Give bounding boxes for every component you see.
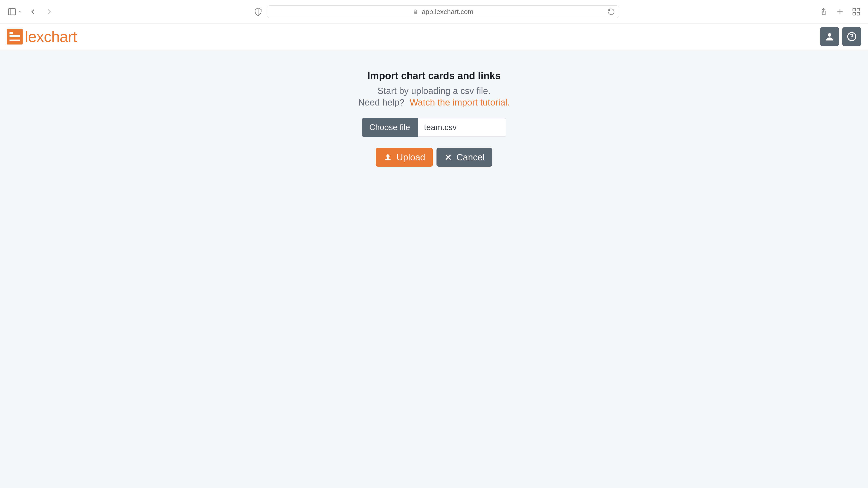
close-icon	[444, 153, 452, 161]
action-buttons: Upload Cancel	[376, 148, 492, 167]
logo[interactable]: lexchart	[7, 28, 77, 45]
svg-rect-8	[857, 12, 860, 15]
refresh-button[interactable]	[608, 8, 615, 15]
svg-rect-7	[853, 12, 856, 15]
sidebar-toggle-button[interactable]	[7, 7, 22, 17]
svg-rect-0	[8, 8, 16, 15]
svg-point-11	[851, 38, 852, 39]
account-button[interactable]	[820, 27, 839, 46]
cancel-label: Cancel	[456, 152, 485, 162]
forward-button[interactable]	[45, 7, 54, 16]
upload-button[interactable]: Upload	[376, 148, 433, 167]
svg-rect-5	[853, 8, 856, 11]
logo-text: lexchart	[25, 28, 77, 45]
logo-mark-icon	[7, 29, 23, 44]
url-text: app.lexchart.com	[422, 8, 473, 15]
cancel-button[interactable]: Cancel	[436, 148, 492, 167]
subtitle-text: Start by uploading a csv file.	[377, 86, 491, 96]
svg-rect-6	[857, 8, 860, 11]
tab-overview-button[interactable]	[852, 7, 861, 16]
file-picker: Choose file team.csv	[362, 118, 506, 137]
upload-label: Upload	[397, 152, 425, 162]
address-bar[interactable]: app.lexchart.com	[267, 5, 619, 18]
help-prefix: Need help?	[358, 97, 405, 107]
choose-file-button[interactable]: Choose file	[362, 118, 418, 137]
lock-icon	[413, 9, 418, 15]
back-button[interactable]	[29, 7, 37, 16]
share-button[interactable]	[819, 7, 828, 16]
svg-point-9	[828, 33, 831, 37]
tutorial-link[interactable]: Watch the import tutorial.	[410, 97, 510, 107]
help-line: Need help? Watch the import tutorial.	[358, 97, 510, 107]
import-panel: Import chart cards and links Start by up…	[0, 50, 868, 167]
svg-rect-2	[414, 11, 417, 13]
app-header: lexchart	[0, 24, 868, 50]
help-button[interactable]	[842, 27, 861, 46]
upload-icon	[383, 153, 393, 162]
page-title: Import chart cards and links	[367, 70, 500, 81]
file-name-display: team.csv	[418, 118, 506, 137]
privacy-shield-icon[interactable]	[254, 7, 263, 16]
new-tab-button[interactable]	[835, 7, 844, 16]
browser-toolbar: app.lexchart.com	[0, 0, 868, 24]
